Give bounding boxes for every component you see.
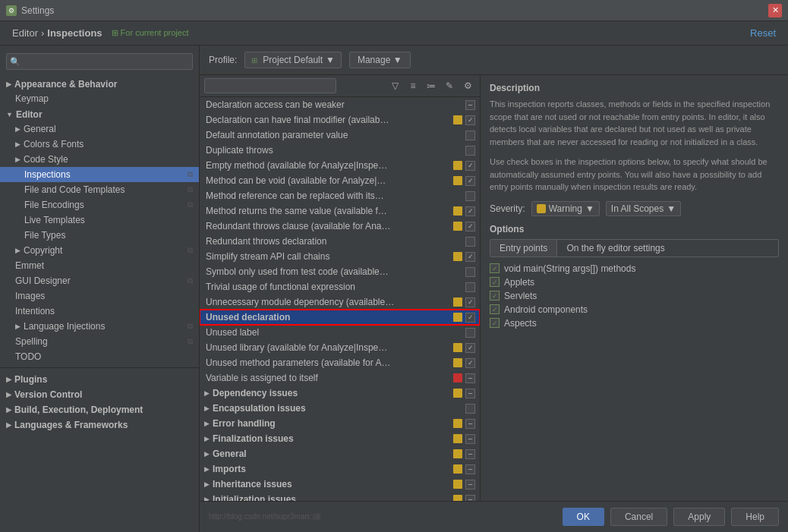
inspection-checkbox[interactable] <box>465 313 475 323</box>
inspection-item[interactable]: Method returns the same value (available… <box>200 203 480 219</box>
inspection-checkbox[interactable] <box>465 237 475 247</box>
close-button[interactable]: ✕ <box>768 4 782 17</box>
inspection-item-unused-declaration[interactable]: Unused declaration <box>200 310 480 325</box>
inspection-checkbox[interactable] <box>465 495 475 502</box>
inspection-checkbox[interactable] <box>465 191 475 201</box>
inspection-checkbox[interactable] <box>465 419 475 429</box>
inspection-item[interactable]: Simplify stream API call chains <box>200 249 480 264</box>
sidebar-item-code-style[interactable]: ▶ Code Style <box>0 152 199 167</box>
sidebar-item-todo[interactable]: TODO <box>0 349 199 364</box>
inspection-checkbox[interactable] <box>465 358 475 368</box>
sidebar-item-colors-fonts[interactable]: ▶ Colors & Fonts <box>0 137 199 152</box>
tab-on-fly-editor[interactable]: On the fly editor settings <box>557 240 673 257</box>
sidebar-item-language-injections[interactable]: ▶ Language Injections ⧉ <box>0 319 199 334</box>
inspection-item[interactable]: Symbol only used from test code (availab… <box>200 264 480 279</box>
edit-button[interactable]: ✎ <box>442 78 457 93</box>
inspection-item[interactable]: Duplicate throws <box>200 143 480 158</box>
ok-button[interactable]: OK <box>563 508 604 526</box>
sidebar-search-input[interactable] <box>6 53 193 70</box>
inspection-checkbox[interactable] <box>465 389 475 398</box>
sidebar-item-copyright[interactable]: ▶ Copyright ⧉ <box>0 243 199 258</box>
inspection-checkbox[interactable] <box>465 206 475 216</box>
inspection-group-finalization[interactable]: ▶ Finalization issues <box>200 431 480 446</box>
settings-button[interactable]: ⚙ <box>460 78 475 93</box>
sidebar-item-inspections[interactable]: Inspections ⧉ <box>0 167 199 182</box>
reset-button[interactable]: Reset <box>750 27 776 39</box>
ep-checkbox[interactable] <box>490 263 500 273</box>
sidebar-item-file-encodings[interactable]: File Encodings ⧉ <box>0 197 199 212</box>
sidebar-item-live-templates[interactable]: Live Templates <box>0 212 199 228</box>
inspection-checkbox[interactable] <box>465 480 475 490</box>
inspection-checkbox[interactable] <box>465 449 475 459</box>
inspection-checkbox[interactable] <box>465 464 475 474</box>
collapse-all-button[interactable]: ≔ <box>424 78 439 93</box>
inspection-item[interactable]: Redundant throws clause (available for A… <box>200 219 480 234</box>
list-search-input[interactable] <box>204 78 336 93</box>
manage-button[interactable]: Manage ▼ <box>349 52 411 68</box>
scope-dropdown[interactable]: In All Scopes ▼ <box>606 201 681 216</box>
inspection-item[interactable]: Variable is assigned to itself <box>200 370 480 386</box>
inspection-checkbox[interactable] <box>465 131 475 140</box>
inspection-group-inheritance[interactable]: ▶ Inheritance issues <box>200 477 480 492</box>
inspection-checkbox[interactable] <box>465 161 475 171</box>
inspection-checkbox[interactable] <box>465 146 475 156</box>
profile-dropdown[interactable]: ⊞ Project Default ▼ <box>244 52 342 68</box>
inspection-group-error-handling[interactable]: ▶ Error handling <box>200 416 480 431</box>
ep-checkbox[interactable] <box>490 291 500 301</box>
inspection-item[interactable]: Redundant throws declaration <box>200 234 480 249</box>
sidebar-item-languages-frameworks[interactable]: ▶ Languages & Frameworks <box>0 417 199 432</box>
sidebar-item-keymap[interactable]: Keymap <box>0 91 199 106</box>
inspection-checkbox[interactable] <box>465 404 475 414</box>
inspection-checkbox[interactable] <box>465 328 475 338</box>
sidebar-item-intentions[interactable]: Intentions <box>0 304 199 319</box>
sidebar-item-build-exec-deploy[interactable]: ▶ Build, Execution, Deployment <box>0 401 199 417</box>
sidebar-item-general[interactable]: ▶ General <box>0 121 199 137</box>
sidebar-item-file-types[interactable]: File Types <box>0 228 199 243</box>
apply-button[interactable]: Apply <box>673 508 725 526</box>
inspection-checkbox[interactable] <box>465 297 475 307</box>
inspection-checkbox[interactable] <box>465 267 475 277</box>
severity-dropdown[interactable]: Warning ▼ <box>531 201 600 216</box>
sidebar-item-spelling[interactable]: Spelling ⧉ <box>0 334 199 349</box>
inspection-item[interactable]: Default annotation parameter value <box>200 127 480 143</box>
sidebar-item-images[interactable]: Images <box>0 288 199 304</box>
inspection-group-imports[interactable]: ▶ Imports <box>200 461 480 477</box>
inspection-checkbox[interactable] <box>465 100 475 110</box>
sidebar-item-version-control[interactable]: ▶ Version Control <box>0 386 199 401</box>
sidebar-item-gui-designer[interactable]: GUI Designer ⧉ <box>0 273 199 288</box>
inspection-checkbox[interactable] <box>465 373 475 383</box>
inspection-item[interactable]: Unused label <box>200 325 480 340</box>
help-button[interactable]: Help <box>731 508 779 526</box>
inspection-checkbox[interactable] <box>465 434 475 444</box>
sidebar-item-plugins[interactable]: ▶ Plugins <box>0 371 199 386</box>
sidebar-item-file-code-templates[interactable]: File and Code Templates ⧉ <box>0 182 199 197</box>
inspection-checkbox[interactable] <box>465 176 475 186</box>
inspection-checkbox[interactable] <box>465 115 475 125</box>
inspection-item[interactable]: Declaration can have final modifier (ava… <box>200 112 480 127</box>
inspection-checkbox[interactable] <box>465 343 475 353</box>
cancel-button[interactable]: Cancel <box>610 508 667 526</box>
inspection-item[interactable]: Declaration access can be weaker <box>200 97 480 112</box>
tab-entry-points[interactable]: Entry points <box>490 240 557 257</box>
sidebar-item-emmet[interactable]: Emmet <box>0 258 199 273</box>
ep-checkbox[interactable] <box>490 318 500 328</box>
inspection-checkbox[interactable] <box>465 252 475 262</box>
expand-all-button[interactable]: ≡ <box>405 78 421 93</box>
inspection-checkbox[interactable] <box>465 282 475 292</box>
inspection-item[interactable]: Method can be void (available for Analyz… <box>200 173 480 188</box>
inspection-group-general[interactable]: ▶ General <box>200 446 480 461</box>
inspection-item[interactable]: Unused method parameters (available for … <box>200 355 480 370</box>
ep-checkbox[interactable] <box>490 304 500 314</box>
inspection-item[interactable]: Trivial usage of functional expression <box>200 279 480 294</box>
inspection-group-dependency[interactable]: ▶ Dependency issues <box>200 386 480 401</box>
ep-checkbox[interactable] <box>490 277 500 287</box>
inspection-item[interactable]: Unnecessary module dependency (available… <box>200 294 480 310</box>
inspection-checkbox[interactable] <box>465 222 475 231</box>
inspection-group-initialization[interactable]: ▶ Initialization issues <box>200 492 480 501</box>
filter-button[interactable]: ▽ <box>387 78 402 93</box>
inspection-item[interactable]: Unused library (available for Analyze|In… <box>200 340 480 355</box>
sidebar-item-editor[interactable]: ▼ Editor <box>0 106 199 121</box>
inspection-group-encapsulation[interactable]: ▶ Encapsulation issues <box>200 401 480 416</box>
inspection-item[interactable]: Empty method (available for Analyze|Insp… <box>200 158 480 173</box>
inspection-item[interactable]: Method reference can be replaced with it… <box>200 188 480 203</box>
